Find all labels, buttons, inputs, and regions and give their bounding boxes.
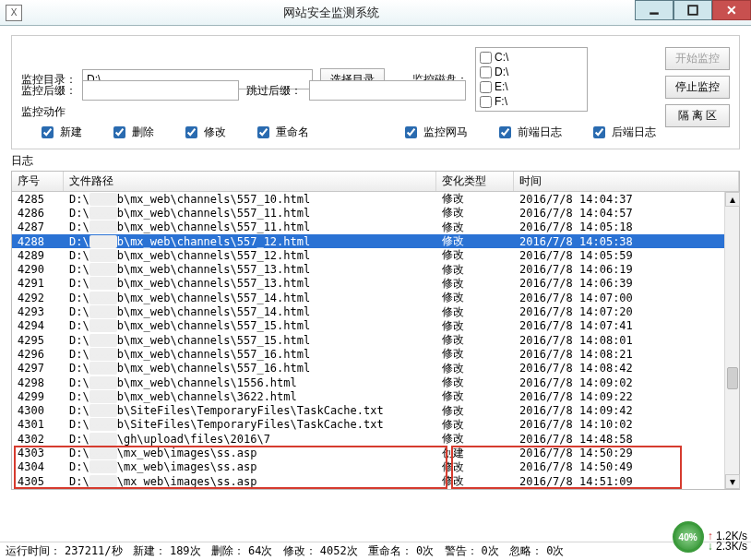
table-row[interactable]: 4298D:\xxxxxb\mx_web\channels\1556.html修… (12, 375, 739, 389)
status-warn-val: 0次 (482, 543, 499, 559)
skip-label: 跳过后缀： (246, 83, 302, 99)
svg-rect-1 (688, 6, 697, 15)
col-seq[interactable]: 序号 (12, 172, 64, 191)
status-ren-label: 重命名： (368, 543, 412, 559)
window-title: 网站安全监测系统 (28, 5, 635, 21)
status-warn-label: 警告： (445, 543, 478, 559)
status-mod-label: 修改： (283, 543, 316, 559)
ext-label: 监控后缀： (21, 83, 75, 99)
status-del-label: 删除： (211, 543, 244, 559)
chk-delete[interactable]: 删除 (110, 124, 154, 141)
chk-modify[interactable]: 修改 (182, 124, 226, 141)
vertical-scrollbar[interactable]: ▴ ▾ (724, 192, 739, 489)
grid-header[interactable]: 序号 文件路径 变化类型 时间 (12, 172, 739, 192)
maximize-button[interactable] (674, 0, 712, 20)
disk-option[interactable]: C:\ (480, 50, 583, 65)
table-row[interactable]: 4301D:\xxxxxb\SiteFiles\TemporaryFiles\T… (12, 418, 739, 432)
table-row[interactable]: 4302D:\xxxxx\gh\upload\files\2016\7修改201… (12, 432, 739, 446)
table-row[interactable]: 4285D:\xxxxxb\mx_web\channels\557_10.htm… (12, 192, 739, 206)
table-row[interactable]: 4297D:\xxxxxb\mx_web\channels\557_16.htm… (12, 362, 739, 375)
table-row[interactable]: 4287D:\xxxxxb\mx_web\channels\557_11.htm… (12, 220, 739, 234)
actions-checkrow: 新建 删除 修改 重命名 监控网马 前端日志 后端日志 (21, 122, 730, 141)
start-monitor-button[interactable]: 开始监控 (665, 47, 730, 70)
log-label: 日志 (11, 153, 740, 169)
chk-frontlog[interactable]: 前端日志 (495, 124, 562, 141)
app-window: X 网站安全监测系统 ✕ 监控目录： 选择目录 监控磁盘： C:\D:\E:\F… (0, 0, 751, 560)
chk-new[interactable]: 新建 (38, 124, 82, 141)
scroll-down-icon[interactable]: ▾ (725, 474, 740, 489)
status-ign-val: 0次 (546, 543, 564, 559)
table-row[interactable]: 4291D:\xxxxxb\mx_web\channels\557_13.htm… (12, 277, 739, 291)
table-row[interactable]: 4300D:\xxxxxb\SiteFiles\TemporaryFiles\T… (12, 403, 739, 417)
table-row[interactable]: 4289D:\xxxxxb\mx_web\channels\557_12.htm… (12, 248, 739, 262)
disk-list[interactable]: C:\D:\E:\F:\ (475, 47, 588, 112)
chk-rename[interactable]: 重命名 (254, 124, 309, 141)
disk-option[interactable]: D:\ (480, 65, 583, 79)
status-new-label: 新建： (133, 543, 166, 559)
statusbar: 运行时间： 237211/秒 新建： 189次 删除： 64次 修改： 4052… (0, 542, 751, 560)
stop-monitor-button[interactable]: 停止监控 (665, 76, 730, 99)
net-down: 2.3K/s (708, 542, 747, 552)
table-row[interactable]: 4299D:\xxxxxb\mx_web\channels\3622.html修… (12, 389, 739, 403)
table-row[interactable]: 4296D:\xxxxxb\mx_web\channels\557_16.htm… (12, 347, 739, 361)
table-row[interactable]: 4304D:\xxxxx\mx_web\images\ss.asp修改2016/… (12, 460, 739, 474)
network-widget: 40% 1.2K/s 2.3K/s (673, 527, 747, 558)
actions-label: 监控动作 (21, 104, 730, 120)
status-del-val: 64次 (248, 543, 272, 559)
ext-input[interactable] (82, 80, 239, 101)
status-throughput: 237211/秒 (65, 543, 123, 559)
disk-option[interactable]: E:\ (480, 79, 583, 94)
table-row[interactable]: 4292D:\xxxxxb\mx_web\channels\557_14.htm… (12, 291, 739, 304)
status-ren-val: 0次 (416, 543, 434, 559)
table-row[interactable]: 4286D:\xxxxxb\mx_web\channels\557_11.htm… (12, 206, 739, 220)
status-ign-label: 忽略： (509, 543, 542, 559)
col-path[interactable]: 文件路径 (64, 172, 436, 191)
table-row[interactable]: 4305D:\xxxxx\mx_web\images\ss.asp修改2016/… (12, 474, 739, 488)
scroll-up-icon[interactable]: ▴ (725, 192, 740, 207)
status-new-val: 189次 (170, 543, 201, 559)
app-icon: X (6, 5, 22, 21)
col-type[interactable]: 变化类型 (436, 172, 514, 191)
close-button[interactable]: ✕ (712, 0, 751, 20)
status-mod-val: 4052次 (320, 543, 358, 559)
minimize-button[interactable] (635, 0, 674, 20)
log-grid: 序号 文件路径 变化类型 时间 4285D:\xxxxxb\mx_web\cha… (11, 171, 740, 490)
table-row[interactable]: 4290D:\xxxxxb\mx_web\channels\557_13.htm… (12, 262, 739, 276)
col-time[interactable]: 时间 (514, 172, 739, 191)
chk-webshell[interactable]: 监控网马 (401, 124, 468, 141)
gauge-icon: 40% (673, 521, 704, 553)
skip-input[interactable] (309, 80, 466, 101)
chk-backlog[interactable]: 后端日志 (590, 124, 656, 141)
table-row[interactable]: 4295D:\xxxxxb\mx_web\channels\557_15.htm… (12, 333, 739, 347)
config-panel: 监控目录： 选择目录 监控磁盘： C:\D:\E:\F:\ 监控后缀： 跳过后缀… (11, 35, 740, 149)
scroll-thumb[interactable] (727, 367, 738, 389)
table-row[interactable]: 4293D:\xxxxxb\mx_web\channels\557_14.htm… (12, 304, 739, 318)
status-runtime-label: 运行时间： (6, 543, 61, 559)
client-area: 监控目录： 选择目录 监控磁盘： C:\D:\E:\F:\ 监控后缀： 跳过后缀… (0, 26, 751, 542)
table-row[interactable]: 4288D:\xxxxxb\mx_web\channels\557_12.htm… (12, 234, 739, 248)
titlebar[interactable]: X 网站安全监测系统 ✕ (0, 0, 751, 26)
table-row[interactable]: 4303D:\xxxxx\mx_web\images\ss.asp创建2016/… (12, 446, 739, 459)
grid-body[interactable]: 4285D:\xxxxxb\mx_web\channels\557_10.htm… (12, 192, 739, 489)
table-row[interactable]: 4294D:\xxxxxb\mx_web\channels\557_15.htm… (12, 319, 739, 333)
